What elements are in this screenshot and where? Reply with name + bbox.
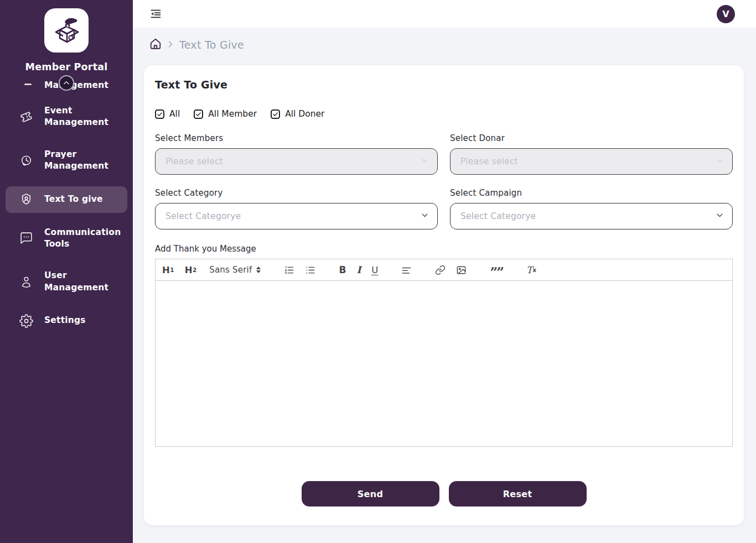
sidebar-item-settings[interactable]: Settings — [6, 307, 127, 334]
sidebar-item-label: Prayer Management — [44, 149, 114, 173]
checkbox-all[interactable]: All — [155, 109, 180, 119]
app-logo: $ — [44, 8, 89, 53]
select-category-dropdown[interactable]: Select Categorye — [155, 203, 438, 229]
ticket-icon — [19, 109, 33, 124]
select-placeholder: Please select — [460, 156, 518, 166]
link-icon — [435, 265, 446, 275]
font-name: Sans Serif — [209, 265, 252, 275]
chevron-down-icon — [715, 156, 724, 168]
checkbox-row: All All Member All Doner — [155, 109, 733, 119]
chevron-right-icon — [167, 40, 174, 50]
field-label: Select Donar — [450, 133, 733, 143]
font-picker[interactable]: Sans Serif — [209, 265, 261, 275]
select-placeholder: Please select — [165, 156, 223, 166]
checkbox-label: All Doner — [285, 109, 324, 119]
editor-toolbar: H1 H2 Sans Serif — [155, 259, 733, 281]
brand-title: Member Portal — [0, 61, 133, 72]
heading1-button[interactable]: H1 — [162, 265, 174, 275]
sidebar-item-label: User Management — [44, 270, 114, 294]
menu-fold-icon — [149, 8, 162, 20]
sidebar-item-label: Communication Tools — [44, 227, 114, 250]
field-label: Select Category — [155, 188, 438, 198]
italic-button[interactable]: I — [356, 264, 361, 275]
breadcrumb: Text To Give — [149, 38, 244, 52]
sidebar-item-prayer-management[interactable]: Prayer Management — [6, 143, 127, 179]
sidebar-item-label: Event Management — [44, 105, 114, 129]
reset-button[interactable]: Reset — [449, 481, 587, 507]
select-members-dropdown[interactable]: Please select — [155, 148, 438, 175]
checkbox-label: All Member — [208, 109, 257, 119]
sidebar-item-event-management[interactable]: Event Management — [6, 99, 127, 135]
field-label: Select Campaign — [450, 188, 733, 198]
gear-icon — [19, 314, 33, 328]
donation-box-logo-icon: $ — [50, 14, 82, 46]
breadcrumb-current: Text To Give — [179, 39, 244, 51]
donation-badge-icon — [19, 192, 33, 207]
align-icon — [401, 265, 412, 275]
user-avatar[interactable]: V — [717, 5, 735, 23]
sidebar-item-user-management[interactable]: User Management — [6, 264, 127, 300]
sidebar-item-communication-tools[interactable]: Communication Tools — [6, 221, 127, 257]
select-donar-dropdown[interactable]: Please select — [450, 148, 733, 175]
field-select-donar: Select Donar Please select — [450, 133, 733, 175]
user-icon — [19, 275, 33, 289]
text-to-give-card: Text To Give All All Member All Doner Se… — [144, 65, 744, 525]
checkbox-checked-icon — [194, 109, 203, 119]
checkbox-checked-icon — [155, 109, 164, 119]
chevron-down-icon — [715, 211, 724, 222]
sort-arrows-icon — [256, 267, 261, 274]
svg-text:$: $ — [66, 24, 69, 28]
sidebar: $ Member Portal Management Event Managem… — [0, 0, 133, 543]
select-fields-grid: Select Members Please select Select Dona… — [155, 133, 733, 229]
scroll-up-button[interactable] — [59, 75, 74, 91]
form-actions: Send Reset — [155, 481, 733, 507]
field-select-members: Select Members Please select — [155, 133, 438, 175]
checkbox-checked-icon — [271, 109, 280, 119]
link-button[interactable] — [435, 265, 446, 275]
ordered-list-button[interactable] — [284, 265, 294, 275]
image-icon — [456, 265, 467, 275]
message-label: Add Thank you Message — [155, 244, 733, 254]
clear-format-button[interactable]: Tx — [526, 265, 536, 275]
checkbox-label: All — [169, 109, 180, 119]
rich-text-editor: H1 H2 Sans Serif — [155, 259, 733, 447]
send-button[interactable]: Send — [302, 481, 439, 507]
sidebar-collapse-button[interactable] — [148, 7, 163, 21]
ordered-list-icon — [284, 265, 294, 275]
sidebar-item-label: Management — [44, 80, 108, 91]
underline-button[interactable]: U — [371, 265, 378, 275]
heading2-button[interactable]: H2 — [185, 265, 197, 275]
chevron-down-icon — [420, 156, 429, 168]
select-campaign-dropdown[interactable]: Select Categorye — [450, 203, 733, 229]
editor-content-area[interactable] — [155, 281, 733, 447]
bullet-list-button[interactable] — [305, 265, 315, 275]
field-label: Select Members — [155, 133, 438, 143]
clock-history-icon — [19, 153, 33, 168]
home-icon[interactable] — [149, 38, 162, 52]
field-select-campaign: Select Campaign Select Categorye — [450, 188, 733, 229]
chevron-down-icon — [420, 211, 429, 222]
blockquote-button[interactable]: ”” — [490, 264, 503, 275]
dash-icon — [19, 78, 33, 91]
select-placeholder: Select Categorye — [165, 211, 241, 221]
select-placeholder: Select Categorye — [460, 211, 536, 221]
checkbox-all-member[interactable]: All Member — [194, 109, 257, 119]
chevron-up-icon — [63, 79, 70, 87]
align-button[interactable] — [401, 265, 412, 275]
page-title: Text To Give — [155, 79, 733, 91]
sidebar-item-text-to-give[interactable]: Text To give — [6, 186, 127, 213]
bullet-list-icon — [305, 265, 315, 275]
checkbox-all-doner[interactable]: All Doner — [271, 109, 324, 119]
field-select-category: Select Category Select Categorye — [155, 188, 438, 229]
sidebar-menu: Management Event Management Prayer M — [0, 78, 133, 342]
bold-button[interactable]: B — [339, 264, 346, 275]
topbar: V — [133, 0, 756, 28]
sidebar-item-label: Text To give — [44, 194, 103, 205]
chat-dots-icon — [19, 231, 33, 246]
sidebar-item-label: Settings — [44, 315, 86, 326]
image-button[interactable] — [456, 265, 467, 275]
